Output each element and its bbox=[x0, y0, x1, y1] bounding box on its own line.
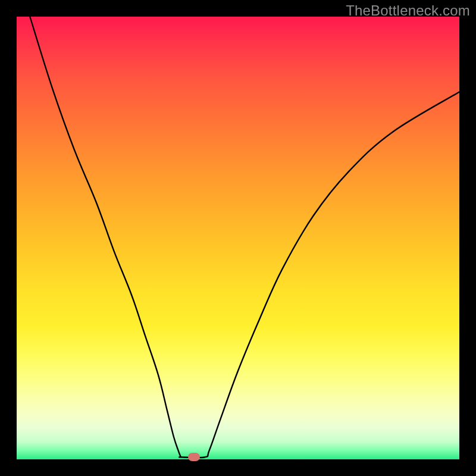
plot-area bbox=[17, 17, 459, 459]
optimal-point-marker bbox=[188, 453, 200, 461]
chart-frame: TheBottleneck.com bbox=[0, 0, 476, 476]
bottleneck-curve bbox=[17, 17, 459, 459]
